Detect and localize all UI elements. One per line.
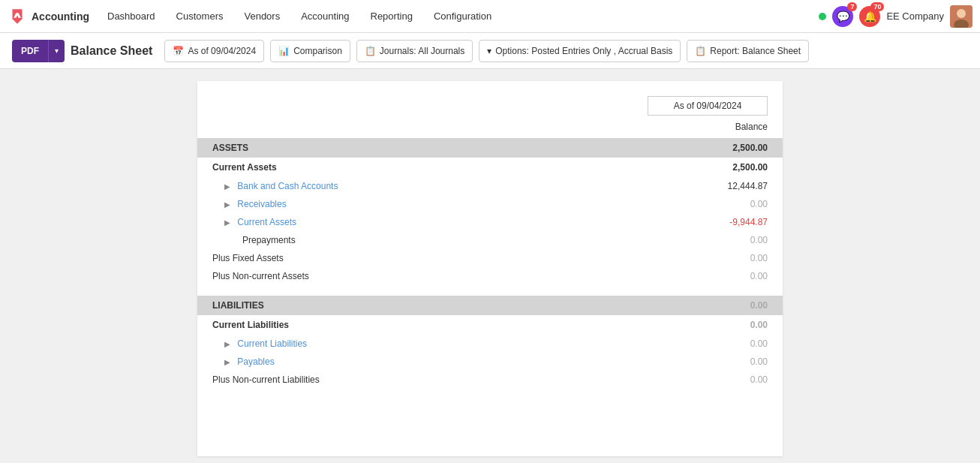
journals-icon: 📋 — [365, 46, 376, 56]
noncurrent-assets-amount: 0.00 — [666, 267, 783, 285]
company-name[interactable]: EE Company — [886, 11, 944, 22]
fixed-assets-label: Plus Fixed Assets — [212, 253, 284, 263]
options-button[interactable]: ▾ Options: Posted Entries Only , Accrual… — [479, 40, 681, 62]
journals-button[interactable]: 📋 Journals: All Journals — [356, 40, 473, 62]
report-header: As of 09/04/2024 — [197, 96, 783, 116]
current-assets-total: 2,500.00 — [666, 158, 783, 177]
toolbar: PDF ▾ Balance Sheet 📅 As of 09/04/2024 📊… — [0, 33, 980, 69]
top-navigation: Accounting Dashboard Customers Vendors A… — [0, 0, 980, 33]
noncurrent-liabilities-label: Plus Non-current Liabilities — [212, 374, 320, 385]
user-avatar[interactable] — [950, 5, 972, 28]
expand-icon[interactable]: ▶ — [224, 218, 230, 227]
receivables-amount: 0.00 — [666, 195, 783, 213]
messages-badge: 7 — [847, 2, 857, 11]
noncurrent-liabilities-amount: 0.00 — [666, 371, 783, 389]
pdf-button[interactable]: PDF — [12, 40, 48, 62]
nav-accounting[interactable]: Accounting — [290, 0, 359, 33]
current-assets-header: Current Assets 2,500.00 — [197, 158, 783, 177]
expand-icon[interactable]: ▶ — [224, 200, 230, 209]
liabilities-label: LIABILITIES — [197, 296, 666, 315]
messages-button[interactable]: 💬 7 — [832, 6, 853, 27]
report-type-button[interactable]: 📋 Report: Balance Sheet — [687, 40, 809, 62]
table-row: Plus Fixed Assets 0.00 — [197, 249, 783, 267]
nav-items: Dashboard Customers Vendors Accounting R… — [97, 0, 819, 33]
prepayments-amount: 0.00 — [666, 231, 783, 249]
bank-cash-amount: 12,444.87 — [666, 177, 783, 195]
table-row: ▶ Bank and Cash Accounts 12,444.87 — [197, 177, 783, 195]
pdf-button-group: PDF ▾ — [12, 40, 65, 62]
svg-point-1 — [957, 9, 966, 18]
report-container: As of 09/04/2024 Balance ASSETS 2,500.00… — [197, 81, 783, 456]
current-assets-label: Current Assets — [197, 158, 666, 177]
top-right-actions: 💬 7 🔔 70 EE Company — [819, 5, 972, 28]
assets-label: ASSETS — [197, 138, 666, 158]
pdf-dropdown-button[interactable]: ▾ — [48, 40, 65, 62]
prepayments-label: Prepayments — [242, 235, 296, 245]
noncurrent-assets-label: Plus Non-current Assets — [212, 271, 309, 281]
nav-dashboard[interactable]: Dashboard — [97, 0, 166, 33]
liabilities-total: 0.00 — [666, 296, 783, 315]
payables-link[interactable]: Payables — [237, 356, 274, 367]
table-row: ▶ Current Assets -9,944.87 — [197, 213, 783, 231]
fixed-assets-amount: 0.00 — [666, 249, 783, 267]
options-label: Options: Posted Entries Only , Accrual B… — [495, 46, 672, 56]
nav-customers[interactable]: Customers — [166, 0, 234, 33]
alerts-badge: 70 — [870, 2, 884, 11]
journals-label: Journals: All Journals — [380, 46, 464, 56]
main-content: As of 09/04/2024 Balance ASSETS 2,500.00… — [0, 69, 980, 463]
expand-icon[interactable]: ▶ — [224, 358, 230, 366]
table-row: Plus Non-current Liabilities 0.00 — [197, 371, 783, 389]
current-liabilities-total: 0.00 — [666, 315, 783, 335]
table-row: ▶ Current Liabilities 0.00 — [197, 335, 783, 353]
receivables-link[interactable]: Receivables — [237, 199, 286, 209]
comparison-button[interactable]: 📊 Comparison — [270, 40, 350, 62]
table-row: ▶ Payables 0.00 — [197, 353, 783, 371]
assets-section-header: ASSETS 2,500.00 — [197, 138, 783, 158]
current-liabilities-amount: 0.00 — [666, 335, 783, 353]
logo-icon — [8, 7, 27, 26]
current-assets-amount: -9,944.87 — [666, 213, 783, 231]
filter-icon: ▾ — [487, 46, 492, 56]
table-row: ▶ Receivables 0.00 — [197, 195, 783, 213]
report-icon: 📋 — [695, 46, 706, 56]
current-liabilities-link[interactable]: Current Liabilities — [237, 338, 307, 349]
liabilities-section-header: LIABILITIES 0.00 — [197, 296, 783, 315]
section-spacer — [197, 285, 783, 296]
table-row: Prepayments 0.00 — [197, 231, 783, 249]
table-row: Plus Non-current Assets 0.00 — [197, 267, 783, 285]
app-logo[interactable]: Accounting — [8, 7, 89, 26]
report-type-label: Report: Balance Sheet — [710, 46, 801, 56]
online-status-dot — [819, 13, 826, 20]
nav-vendors[interactable]: Vendors — [233, 0, 290, 33]
date-filter-label: As of 09/04/2024 — [188, 46, 256, 56]
assets-total: 2,500.00 — [666, 138, 783, 158]
chart-icon: 📊 — [278, 46, 290, 56]
nav-reporting[interactable]: Reporting — [360, 0, 423, 33]
calendar-icon: 📅 — [173, 46, 184, 56]
alerts-button[interactable]: 🔔 70 — [859, 6, 880, 27]
bank-cash-link[interactable]: Bank and Cash Accounts — [237, 181, 338, 191]
current-liabilities-label: Current Liabilities — [197, 315, 666, 335]
date-filter-button[interactable]: 📅 As of 09/04/2024 — [164, 40, 264, 62]
report-table: ASSETS 2,500.00 Current Assets 2,500.00 … — [197, 138, 783, 389]
balance-header: Balance — [197, 122, 783, 132]
nav-configuration[interactable]: Configuration — [423, 0, 502, 33]
current-liabilities-header: Current Liabilities 0.00 — [197, 315, 783, 335]
payables-amount: 0.00 — [666, 353, 783, 371]
app-name: Accounting — [32, 11, 89, 23]
page-title: Balance Sheet — [71, 44, 152, 58]
comparison-label: Comparison — [293, 46, 342, 56]
current-assets-link[interactable]: Current Assets — [237, 217, 296, 227]
report-date-label: As of 09/04/2024 — [648, 96, 768, 116]
expand-icon[interactable]: ▶ — [224, 340, 230, 348]
expand-icon[interactable]: ▶ — [224, 182, 230, 191]
